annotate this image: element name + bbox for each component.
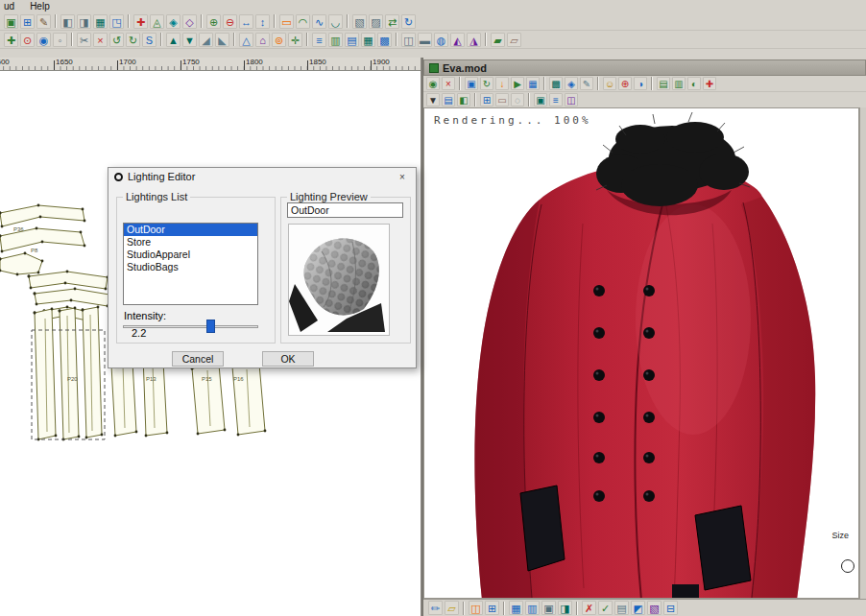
toolbar-icon[interactable]: ◍ — [434, 33, 448, 47]
toolbar-icon[interactable]: ◈ — [166, 14, 180, 29]
toolbar-icon[interactable]: ▩ — [377, 33, 392, 47]
toolbar-icon[interactable]: ✓ — [598, 601, 613, 615]
toolbar-icon[interactable]: ⊙ — [20, 33, 35, 47]
toolbar-icon[interactable]: ▦ — [93, 14, 108, 29]
pattern-piece[interactable] — [35, 289, 109, 306]
toolbar-icon[interactable]: ✎ — [580, 77, 593, 90]
toolbar-icon[interactable]: ▥ — [525, 601, 540, 615]
toolbar-icon[interactable]: ◧ — [60, 14, 75, 29]
pattern-piece[interactable] — [232, 364, 265, 435]
toolbar-icon[interactable]: ▭ — [279, 14, 294, 29]
toolbar-icon[interactable]: ◦ — [53, 33, 67, 47]
toolbar-icon[interactable]: ▧ — [352, 14, 367, 29]
toolbar-icon[interactable]: ⊞ — [480, 93, 493, 107]
render-viewport[interactable]: Rendering... 100% Size — [423, 107, 859, 599]
toolbar-icon[interactable]: ↻ — [401, 14, 416, 29]
toolbar-icon[interactable]: ▭ — [495, 93, 509, 107]
toolbar-icon[interactable]: ◳ — [109, 14, 124, 29]
toolbar-icon[interactable]: ▥ — [672, 77, 686, 90]
toolbar-icon[interactable]: ◫ — [469, 601, 483, 615]
document-titlebar[interactable]: Eva.mod — [423, 59, 866, 76]
toolbar-icon[interactable]: ◮ — [467, 33, 481, 47]
toolbar-icon[interactable]: ▣ — [4, 14, 18, 29]
toolbar-icon[interactable]: ▨ — [369, 14, 383, 29]
toolbar-icon[interactable]: ▤ — [657, 77, 670, 90]
toolbar-icon[interactable]: ✗ — [582, 601, 596, 615]
toolbar-icon[interactable]: ▩ — [549, 77, 563, 90]
toolbar-icon[interactable]: S — [142, 33, 156, 47]
toolbar-icon[interactable]: ◢ — [199, 33, 213, 47]
toolbar-icon[interactable]: ◫ — [565, 93, 578, 107]
toolbar-icon[interactable]: ⊞ — [485, 601, 499, 615]
toolbar-icon[interactable]: ◑ — [634, 77, 647, 90]
dialog-close-button[interactable]: × — [391, 170, 414, 184]
toolbar-icon[interactable]: ⌂ — [255, 33, 270, 47]
toolbar-icon[interactable]: ✏ — [428, 601, 443, 615]
toolbar-icon[interactable]: ▦ — [361, 33, 375, 47]
ok-button[interactable]: OK — [262, 351, 314, 367]
toolbar-icon[interactable]: ▧ — [647, 601, 662, 615]
dialog-titlebar[interactable]: Lighting Editor — [108, 168, 416, 185]
toolbar-icon[interactable]: ▤ — [345, 33, 359, 47]
toolbar-icon[interactable]: ⊖ — [223, 14, 237, 29]
toolbar-icon[interactable]: ▤ — [614, 601, 629, 615]
toolbar-icon[interactable]: ▲ — [166, 33, 180, 47]
toolbar-icon[interactable]: ▤ — [442, 93, 455, 107]
toolbar-icon[interactable]: ↻ — [126, 33, 140, 47]
toolbar-icon[interactable]: ▣ — [465, 77, 478, 90]
toolbar-icon[interactable]: ▦ — [509, 601, 523, 615]
toolbar-icon[interactable]: × — [442, 77, 455, 90]
pattern-piece[interactable] — [192, 365, 225, 434]
preview-name-field[interactable]: OutDoor — [287, 202, 403, 218]
toolbar-icon[interactable]: ◨ — [77, 14, 91, 29]
toolbar-icon[interactable]: ⊕ — [206, 14, 221, 29]
slider-thumb[interactable] — [206, 320, 215, 333]
toolbar-icon[interactable]: ✂ — [77, 33, 91, 47]
toolbar-icon[interactable]: ⊚ — [272, 33, 286, 47]
lighting-list-item[interactable]: Store — [124, 236, 257, 249]
pattern-piece[interactable] — [29, 272, 108, 289]
toolbar-icon[interactable]: ≡ — [549, 93, 563, 107]
toolbar-icon[interactable]: × — [93, 33, 108, 47]
lighting-editor-dialog[interactable]: Lighting Editor × Lightings List OutDoor… — [108, 167, 417, 368]
toolbar-icon[interactable]: ◧ — [457, 93, 470, 107]
toolbar-icon[interactable]: ✚ — [703, 77, 716, 90]
toolbar-icon[interactable]: ↻ — [480, 77, 493, 90]
toolbar-icon[interactable]: ↕ — [255, 14, 270, 29]
toolbar-icon[interactable]: ◐ — [687, 77, 701, 90]
toolbar-icon[interactable]: ✎ — [36, 14, 51, 29]
toolbar-icon[interactable]: ▼ — [426, 93, 440, 107]
toolbar-icon[interactable]: ✚ — [133, 14, 148, 29]
size-indicator-circle[interactable] — [842, 560, 854, 573]
cancel-button[interactable]: Cancel — [172, 351, 224, 367]
toolbar-icon[interactable]: ◇ — [182, 14, 197, 29]
toolbar-icon[interactable]: ◌ — [511, 93, 524, 107]
toolbar-icon[interactable]: ▣ — [534, 93, 547, 107]
toolbar-icon[interactable]: ◈ — [565, 77, 578, 90]
menu-item[interactable]: Help — [30, 1, 50, 12]
toolbar-icon[interactable]: ▱ — [445, 601, 459, 615]
toolbar-icon[interactable]: ☺ — [603, 77, 616, 90]
toolbar-icon[interactable]: ✛ — [288, 33, 302, 47]
menu-item[interactable]: ud — [4, 1, 14, 12]
toolbar-icon[interactable]: ↓ — [495, 77, 509, 90]
pattern-piece[interactable] — [0, 205, 84, 226]
viewport-scrollbar[interactable] — [859, 107, 866, 599]
toolbar-icon[interactable]: ≡ — [312, 33, 326, 47]
toolbar-icon[interactable]: ▶ — [511, 77, 524, 90]
toolbar-icon[interactable]: ▦ — [526, 77, 540, 90]
lightings-listbox[interactable]: OutDoorStoreStudioApparelStudioBags — [123, 223, 258, 305]
lighting-list-item[interactable]: StudioApparel — [124, 249, 257, 261]
toolbar-icon[interactable]: ✚ — [4, 33, 18, 47]
toolbar-icon[interactable]: ⊟ — [663, 601, 678, 615]
toolbar-icon[interactable]: △ — [239, 33, 253, 47]
toolbar-icon[interactable]: ◠ — [296, 14, 310, 29]
toolbar-icon[interactable]: ⊞ — [20, 14, 35, 29]
toolbar-icon[interactable]: ↔ — [239, 14, 253, 29]
toolbar-icon[interactable]: ▥ — [328, 33, 343, 47]
toolbar-icon[interactable]: ◨ — [558, 601, 572, 615]
toolbar-icon[interactable]: ▬ — [418, 33, 432, 47]
toolbar-icon[interactable]: ◉ — [36, 33, 51, 47]
pattern-piece[interactable] — [0, 253, 42, 274]
toolbar-icon[interactable]: ◬ — [150, 14, 164, 29]
